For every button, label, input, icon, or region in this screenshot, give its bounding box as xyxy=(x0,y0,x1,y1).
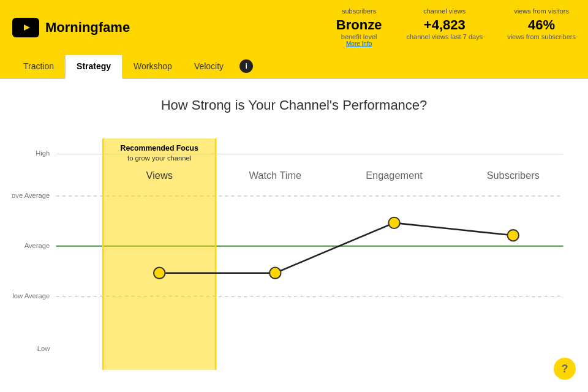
nav-bar: Traction Strategy Workshop Velocity i xyxy=(0,55,588,79)
subscribers-sub: benefit level xyxy=(341,33,377,40)
page-title: How Strong is Your Channel's Performance… xyxy=(12,97,576,113)
main-content: How Strong is Your Channel's Performance… xyxy=(0,79,588,389)
subscribers-value: Bronze xyxy=(336,17,382,33)
recommended-focus-sub: to grow your channel xyxy=(127,154,191,162)
more-info-link[interactable]: More Info xyxy=(346,40,372,47)
logo-area: Morningfame xyxy=(12,18,130,37)
header: Morningfame subscribers Bronze benefit l… xyxy=(0,0,588,55)
stat-visitor-views: views from visitors 46% views from subsc… xyxy=(507,7,576,47)
datapoint-views xyxy=(154,267,165,278)
datapoint-subscribers xyxy=(508,230,519,241)
col-watch-time: Watch Time xyxy=(249,170,301,181)
col-views: Views xyxy=(146,170,173,181)
col-engagement: Engagement xyxy=(366,170,423,181)
help-button[interactable]: ? xyxy=(554,358,576,380)
recommended-focus-label: Recommended Focus xyxy=(121,144,198,153)
datapoint-watch-time xyxy=(270,267,281,278)
stat-channel-views: channel views +4,823 channel views last … xyxy=(406,7,483,47)
subscribers-label: subscribers xyxy=(342,7,376,15)
y-label-average: Average xyxy=(24,242,50,249)
nav-strategy[interactable]: Strategy xyxy=(65,55,123,79)
channel-views-sub: channel views last 7 days xyxy=(406,33,483,40)
nav-traction[interactable]: Traction xyxy=(12,55,65,79)
visitor-views-sub: views from subscribers xyxy=(507,33,576,40)
y-label-below-avg: Below Average xyxy=(12,292,50,300)
header-stats: subscribers Bronze benefit level More In… xyxy=(336,7,576,47)
channel-views-value: +4,823 xyxy=(424,17,466,33)
stat-subscribers: subscribers Bronze benefit level More In… xyxy=(336,7,382,47)
col-subscribers: Subscribers xyxy=(487,170,540,181)
y-label-low: Low xyxy=(37,345,50,352)
performance-chart: High Above Average Average Below Average… xyxy=(12,132,576,377)
visitor-views-value: 46% xyxy=(528,17,555,33)
nav-workshop[interactable]: Workshop xyxy=(123,55,183,79)
nav-velocity[interactable]: Velocity xyxy=(183,55,235,79)
y-label-high: High xyxy=(36,150,50,157)
visitor-views-label: views from visitors xyxy=(514,7,569,15)
datapoint-engagement xyxy=(388,217,399,228)
chart-svg: High Above Average Average Below Average… xyxy=(12,132,576,377)
y-label-above-avg: Above Average xyxy=(12,192,50,199)
youtube-logo-icon xyxy=(12,18,39,37)
info-icon[interactable]: i xyxy=(239,59,253,73)
app-name: Morningfame xyxy=(45,20,130,36)
channel-views-label: channel views xyxy=(423,7,466,15)
